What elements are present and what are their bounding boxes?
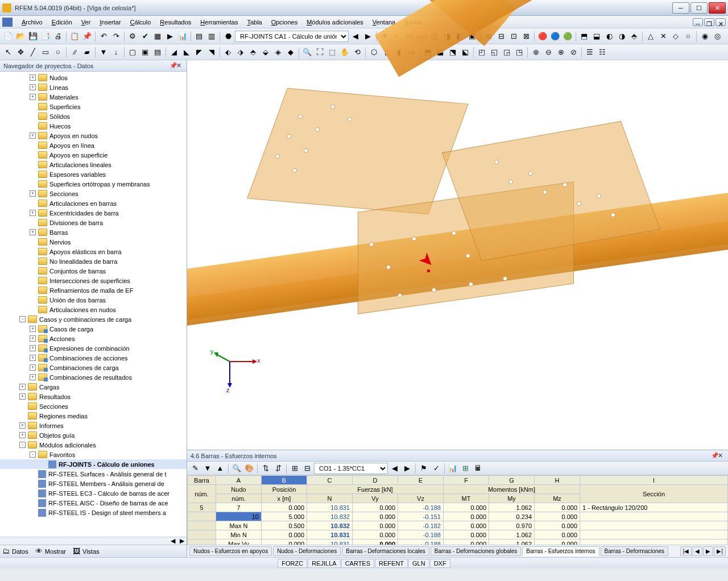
r2-a3-icon[interactable]: ▤ (152, 47, 163, 58)
output-tab[interactable]: Barras - Esfuerzos internos (522, 546, 599, 556)
r2-c4-icon[interactable]: ⬙ (260, 47, 271, 58)
tree-item[interactable]: +Materiales (0, 92, 187, 102)
gt-filter2-icon[interactable]: ▲ (214, 463, 226, 474)
r2-beam-icon[interactable]: ⫽ (69, 47, 80, 58)
paste-icon[interactable]: 📌 (81, 31, 93, 42)
tree-item[interactable]: RF-STEEL IS - Design of steel members a (0, 508, 187, 517)
tab-nav-button[interactable]: ▶| (714, 546, 726, 556)
color2-icon[interactable]: 🔵 (549, 31, 561, 42)
snap1-icon[interactable]: △ (645, 31, 656, 42)
tree-item[interactable]: Unión de dos barras (0, 295, 187, 305)
copy-icon[interactable]: 📋 (69, 31, 80, 42)
results-icon[interactable]: 📊 (177, 31, 188, 42)
tree-item[interactable]: RF-STEEL Members - Análisis general de (0, 479, 187, 488)
menu-insertar[interactable]: Insertar (95, 17, 125, 27)
gt-chart-icon[interactable]: 📊 (447, 463, 458, 474)
gt-flag-icon[interactable]: ⚑ (418, 463, 429, 474)
tree-item[interactable]: Secciones (0, 401, 187, 411)
output-tab[interactable]: Nudos - Esfuerzos en apoyos (189, 546, 272, 556)
tree-item[interactable]: +Excentricidades de barra (0, 208, 187, 218)
new-icon[interactable]: 📄 (2, 31, 14, 42)
results-grid[interactable]: BarraABCDEFGHInúm.NudoPosiciónFuerzas [k… (187, 475, 728, 545)
maximize-button[interactable]: ☐ (690, 2, 708, 14)
r2-cursor-icon[interactable]: ↖ (2, 47, 14, 58)
undo-icon[interactable]: ↶ (98, 31, 109, 42)
gt-find-icon[interactable]: 🔍 (231, 463, 242, 474)
menu-edición[interactable]: Edición (47, 17, 77, 27)
menu-cálculo[interactable]: Cálculo (126, 17, 156, 27)
case-select[interactable]: CO1 - 1.35*CC1 (314, 463, 388, 474)
tree-item[interactable]: -Módulos adicionales (0, 440, 187, 450)
tab-data[interactable]: 🗂Datos (2, 547, 28, 555)
mdi-minimize-icon[interactable]: ─ (693, 18, 703, 26)
r2-b4-icon[interactable]: ◥ (206, 47, 217, 58)
status-cell[interactable]: DXF (430, 559, 450, 568)
r2-b3-icon[interactable]: ◤ (193, 47, 205, 58)
table-icon[interactable]: ▤ (193, 31, 205, 42)
tree-item[interactable]: Apoyos en línea (0, 140, 187, 150)
r2-f2-icon[interactable]: ⊖ (543, 47, 554, 58)
r2-rot-icon[interactable]: ⟲ (351, 47, 363, 58)
table2-icon[interactable]: ▥ (206, 31, 217, 42)
tree-item[interactable]: +Combinaciones de resultados (0, 372, 187, 382)
tree-item[interactable]: No linealidades de barra (0, 256, 187, 266)
gt-expand-icon[interactable]: ⊞ (289, 463, 300, 474)
output-tab[interactable]: Barras - Deformaciones globales (431, 546, 522, 556)
grid3-icon[interactable]: ⊡ (508, 31, 519, 42)
output-tab[interactable]: Barras - Deformaciones locales (342, 546, 429, 556)
r2-e2-icon[interactable]: ◱ (489, 47, 500, 58)
output-tab[interactable]: Nudos - Deformaciones (273, 546, 341, 556)
snap3-icon[interactable]: ◇ (670, 31, 681, 42)
color1-icon[interactable]: 🔴 (537, 31, 548, 42)
end3-icon[interactable]: ● (724, 31, 728, 42)
gt-edit-icon[interactable]: ✎ (189, 463, 201, 474)
output-close-icon[interactable]: ✕ (718, 452, 725, 459)
tree-item[interactable]: Apoyos elásticos en barra (0, 247, 187, 256)
tree-item[interactable]: +Barras (0, 227, 187, 237)
r2-line-icon[interactable]: ╱ (27, 47, 39, 58)
r2-load-icon[interactable]: ↓ (110, 47, 122, 58)
tree-item[interactable]: +Nudos (0, 73, 187, 82)
tree-item[interactable]: RF-STEEL Surfaces - Análisis general de … (0, 469, 187, 479)
menu-ver[interactable]: Ver (77, 17, 96, 27)
tool3-icon[interactable]: ◐ (603, 31, 615, 42)
gt-collapse-icon[interactable]: ⊟ (301, 463, 313, 474)
menu-resultados[interactable]: Resultados (155, 17, 196, 27)
tree-item[interactable]: Sólidos (0, 111, 187, 121)
tree-item[interactable]: Apoyos en superficie (0, 150, 187, 160)
output-pin-icon[interactable]: 📌 (711, 452, 718, 459)
r2-c5-icon[interactable]: ◈ (272, 47, 284, 58)
3d-viewport[interactable]: ➤ x y z (187, 60, 728, 450)
pin-icon[interactable]: 📌 (169, 62, 176, 69)
tree-item[interactable]: +Combinaciones de carga (0, 363, 187, 372)
tree-item[interactable]: +Secciones (0, 189, 187, 198)
mdi-restore-icon[interactable]: ❐ (704, 18, 714, 26)
r2-c6-icon[interactable]: ◆ (285, 47, 296, 58)
r2-zoome-icon[interactable]: ⛶ (314, 47, 325, 58)
tree-item[interactable]: Huecos (0, 121, 187, 131)
module-icon[interactable]: ⬣ (222, 31, 234, 42)
r2-zoomw-icon[interactable]: ⬚ (326, 47, 338, 58)
tree-item[interactable]: Conjuntos de barras (0, 266, 187, 276)
tab-views[interactable]: 🖼Vistas (73, 547, 100, 555)
minimize-button[interactable]: ─ (672, 2, 689, 14)
status-cell[interactable]: CARTES (341, 559, 374, 568)
tree-item[interactable]: +Apoyos en nudos (0, 131, 187, 140)
tree-item[interactable]: +Acciones (0, 334, 187, 343)
tab-nav-button[interactable]: ◀ (692, 546, 702, 556)
tab-show[interactable]: 👁Mostrar (35, 547, 66, 555)
gt-excel-icon[interactable]: ⊞ (460, 463, 471, 474)
r2-f4-icon[interactable]: ⊘ (568, 47, 579, 58)
tree-item[interactable]: +Expresiones de combinación (0, 343, 187, 353)
app-menu-icon[interactable] (2, 18, 13, 27)
panel-close-icon[interactable]: ✕ (176, 62, 183, 69)
end2-icon[interactable]: ◎ (712, 31, 723, 42)
grid2-icon[interactable]: ⊟ (495, 31, 507, 42)
snap2-icon[interactable]: ✕ (657, 31, 669, 42)
hscroll-left-icon[interactable]: ◀ (168, 537, 177, 545)
r2-e4-icon[interactable]: ◳ (514, 47, 525, 58)
next-case-icon[interactable]: ▶ (362, 31, 374, 42)
tool4-icon[interactable]: ◑ (616, 31, 627, 42)
redo-icon[interactable]: ↷ (110, 31, 122, 42)
r2-move-icon[interactable]: ✥ (15, 47, 26, 58)
